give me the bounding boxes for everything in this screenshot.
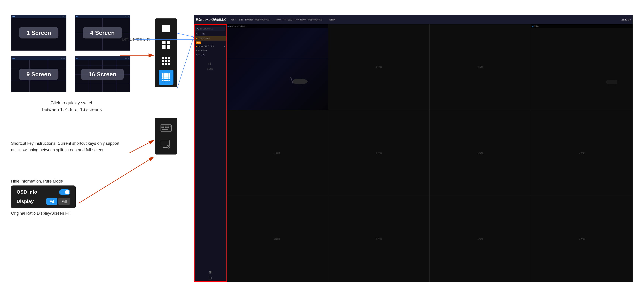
layout-1-button[interactable] xyxy=(159,21,174,36)
svg-rect-0 xyxy=(162,25,170,32)
screen-9-label: 9 Screen xyxy=(19,69,58,80)
video-grid: 离矿厂二代机｜机场直播 无视频 无视频 无视频 无视频 xyxy=(226,24,632,282)
svg-rect-8 xyxy=(162,60,164,62)
cell-label-5: 无视频 xyxy=(274,152,280,154)
svg-rect-23 xyxy=(164,77,166,79)
svg-rect-4 xyxy=(167,45,170,49)
fill-button[interactable]: Fill xyxy=(58,198,70,205)
screen-16-thumb[interactable]: ■■■ ◻ ◻ ◻ 16 Screen xyxy=(75,56,130,92)
app-tab-2[interactable]: MSD｜MSD 视机｜DJI-调 空频于｜新源市新蒙视道 xyxy=(274,18,324,21)
cell-label-12: 无视频 xyxy=(579,238,585,240)
svg-rect-40 xyxy=(166,127,168,128)
submarine-1 xyxy=(293,79,308,84)
video-cell-2[interactable]: 无视频 xyxy=(328,24,430,110)
video-cell-9[interactable]: 系视频 xyxy=(226,196,328,282)
cell-label-11: 无视频 xyxy=(477,238,483,240)
cell-label-10: 无视频 xyxy=(376,238,382,240)
no-flights-area: ✈ 暂无数据 xyxy=(194,57,226,72)
cell-label-9: 系视频 xyxy=(274,238,280,240)
sidebar-icon-2[interactable]: ◫ xyxy=(209,276,212,280)
sidebar-search-bar[interactable]: 🔍 搜索设备及控制器 xyxy=(195,26,225,31)
app-topbar: 视空2 V 10.1.8跟优选要量式 离矿厂二代机｜机场直播｜新源市新蒙视道 M… xyxy=(194,15,632,24)
svg-rect-38 xyxy=(163,127,164,128)
osd-info-row: OSD Info xyxy=(16,189,70,195)
fit-button[interactable]: Fit xyxy=(46,198,58,205)
app-main-area: 🔍 搜索设备及控制器 飞机（2/1） DJI-机器 设备外 飞行 Dock 2 … xyxy=(194,24,632,282)
svg-rect-12 xyxy=(165,63,167,65)
cell-label-7: 无视频 xyxy=(477,152,483,154)
svg-rect-42 xyxy=(162,129,168,130)
app-logo: 视空2 V 10.1.8跟优选要量式 xyxy=(196,18,226,21)
layout-4-icon xyxy=(162,40,171,49)
device-status-dot-3 xyxy=(196,50,197,51)
cell-dot-1 xyxy=(228,26,229,27)
svg-rect-41 xyxy=(168,127,169,128)
app-tab-1[interactable]: 离矿厂二代机｜机场直播｜新源市新蒙视道 xyxy=(229,18,271,21)
cell-label-8: 无视频 xyxy=(579,152,585,154)
grid-cell xyxy=(116,83,130,92)
video-cell-4[interactable]: 无视频 xyxy=(531,24,633,110)
svg-rect-6 xyxy=(165,57,167,59)
keyboard-button[interactable] xyxy=(159,121,174,136)
thumb-top-bar-9: ■■■ ◻ ◻ ◻ xyxy=(11,56,66,60)
svg-rect-28 xyxy=(166,80,168,81)
shortcut-text: Shortcut key instructions: Current short… xyxy=(11,140,140,153)
svg-rect-10 xyxy=(168,60,170,62)
video-bg-1 xyxy=(226,24,328,110)
screen-9-thumb[interactable]: ■■■ ◻ ◻ ◻ 9 Screen xyxy=(11,56,66,92)
sidebar-device-item-3[interactable]: MSD | MSD xyxy=(194,48,226,52)
app-tab-3[interactable]: 无视频 xyxy=(328,18,336,21)
layout-16-icon xyxy=(162,73,171,82)
svg-rect-27 xyxy=(164,80,166,81)
svg-rect-34 xyxy=(166,126,168,126)
airplane-icon: ✈ xyxy=(208,61,212,67)
video-cell-12[interactable]: 无视频 xyxy=(531,196,633,282)
device-status-dot-1 xyxy=(196,38,197,39)
video-cell-7[interactable]: 无视频 xyxy=(430,110,531,196)
video-cell-3[interactable]: 无视频 xyxy=(430,24,531,110)
svg-rect-24 xyxy=(166,77,168,79)
sidebar-aircraft-title: 飞机（2/1） xyxy=(194,32,226,36)
sidebar-icon-1[interactable]: ⊞ xyxy=(209,270,212,274)
svg-rect-29 xyxy=(168,80,170,81)
toggle-knob xyxy=(65,190,70,194)
screen-4-thumb[interactable]: ■■■ ◻ ◻ ◻ 4 Screen xyxy=(75,15,130,51)
cell-dot-4 xyxy=(532,26,534,27)
layout-16-button[interactable] xyxy=(159,70,174,85)
layout-4-button[interactable] xyxy=(159,37,174,52)
video-cell-1[interactable]: 离矿厂二代机｜机场直播 xyxy=(226,24,328,110)
display-settings-button[interactable] xyxy=(159,137,174,152)
video-cell-6[interactable]: 无视频 xyxy=(328,110,430,196)
grid-cell xyxy=(75,83,89,92)
svg-rect-25 xyxy=(168,77,170,79)
sub-mini xyxy=(606,80,618,84)
display-row: Display Fit Fill xyxy=(16,198,70,205)
device-badge: 飞行 xyxy=(196,41,201,44)
screen-1-thumb[interactable]: ■■■ ◻ ◻ ◻ 1 Screen xyxy=(11,15,66,51)
cell-text-1: 离矿厂二代机｜机场直播 xyxy=(229,25,246,27)
osd-info-label: OSD Info xyxy=(16,189,37,195)
left-device-list-label: Left Device List xyxy=(122,37,150,42)
sidebar-device-item-2[interactable]: Dock 2 | 离矿厂二代机 › xyxy=(194,44,226,48)
display-buttons: Fit Fill xyxy=(46,198,70,205)
svg-rect-22 xyxy=(162,77,164,79)
svg-rect-13 xyxy=(168,63,170,65)
app-sidebar: 🔍 搜索设备及控制器 飞机（2/1） DJI-机器 设备外 飞行 Dock 2 … xyxy=(194,24,226,282)
svg-rect-31 xyxy=(162,126,162,126)
svg-rect-15 xyxy=(164,73,166,75)
svg-rect-26 xyxy=(162,80,164,81)
video-cell-5[interactable]: 无视频 xyxy=(226,110,328,196)
video-cell-10[interactable]: 无视频 xyxy=(328,196,430,282)
layout-9-button[interactable] xyxy=(159,54,174,68)
no-flights-label: 暂无数据 xyxy=(207,68,214,70)
osd-toggle[interactable] xyxy=(59,189,70,195)
screen-grid: ■■■ ◻ ◻ ◻ 1 Screen ■■■ ◻ ◻ ◻ 4 Screen xyxy=(11,15,133,92)
original-ratio-label: Original Ratio Display/Screen Fill xyxy=(11,211,140,216)
sidebar-device-item-1[interactable]: DJI-机器 设备外 xyxy=(194,36,226,40)
settings-panel xyxy=(155,118,177,155)
video-cell-8[interactable]: 无视频 xyxy=(531,110,633,196)
switch-caption: Click to quickly switch between 1, 4, 9,… xyxy=(11,100,133,113)
svg-rect-1 xyxy=(162,41,166,44)
layout-9-icon xyxy=(162,56,171,66)
video-cell-11[interactable]: 无视频 xyxy=(430,196,531,282)
